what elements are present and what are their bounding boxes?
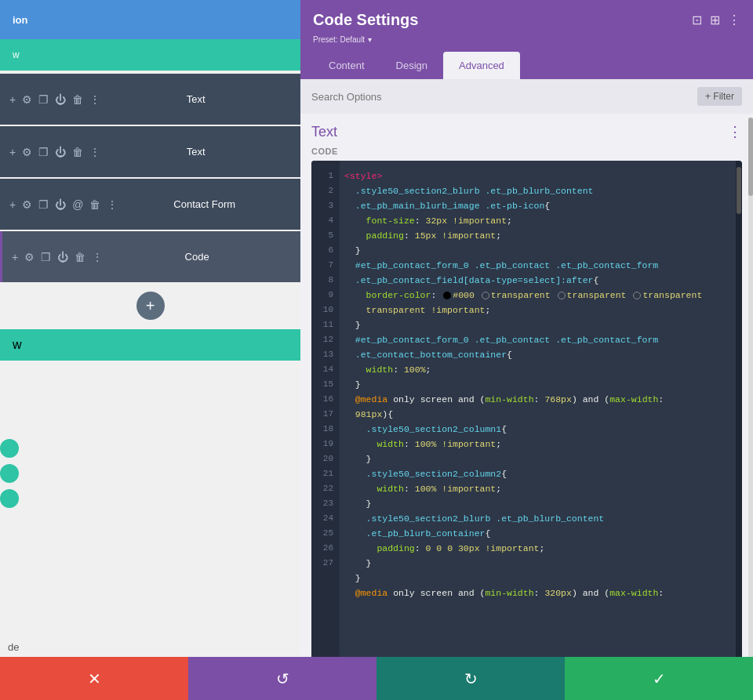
code-line-21: width: 100% !important; bbox=[344, 437, 728, 452]
module-row-text-2: + ⚙ ❐ ⏻ 🗑 ⋮ Text bbox=[0, 126, 300, 177]
code-line-19b: 981px){ bbox=[344, 407, 728, 422]
circle-btn-2[interactable] bbox=[0, 464, 19, 483]
code-line-23: .style50_section2_column2{ bbox=[344, 466, 728, 481]
ellipsis-icon[interactable]: ⋮ bbox=[728, 13, 740, 27]
right-panel: Code Settings ⊡ ⊞ ⋮ Preset: Default ▾ Co… bbox=[300, 0, 753, 700]
settings-icon[interactable]: ⚙ bbox=[22, 93, 32, 106]
undo-icon: ↺ bbox=[276, 669, 289, 688]
more-icon[interactable]: ⋮ bbox=[89, 93, 100, 106]
delete-icon-3[interactable]: 🗑 bbox=[89, 198, 100, 211]
code-line-17: } bbox=[344, 377, 728, 392]
panel-title: Code Settings bbox=[313, 11, 418, 29]
code-line-10: border-color: #000 transparent transpare… bbox=[344, 288, 728, 303]
bottom-bar: ✕ ↺ ↻ ✓ bbox=[0, 657, 753, 700]
settings-icon-3[interactable]: ⚙ bbox=[22, 198, 32, 211]
move-icon-3[interactable]: + bbox=[9, 198, 16, 211]
delete-icon-2[interactable]: 🗑 bbox=[72, 146, 83, 158]
tab-advanced[interactable]: Advanced bbox=[443, 52, 520, 79]
code-line-28: padding: 0 0 0 30px !important; bbox=[344, 541, 728, 556]
settings-icon-4[interactable]: ⚙ bbox=[24, 251, 35, 263]
more-icon-2[interactable]: ⋮ bbox=[89, 146, 100, 158]
circle-btn-1[interactable] bbox=[0, 439, 19, 458]
cancel-button[interactable]: ✕ bbox=[0, 657, 188, 700]
redo-button[interactable]: ↻ bbox=[376, 657, 565, 700]
module-label-contact: Contact Form bbox=[118, 198, 291, 210]
code-line-27: .et_pb_blurb_container{ bbox=[344, 526, 728, 541]
left-circles bbox=[0, 439, 19, 508]
add-module-button[interactable]: + bbox=[136, 292, 165, 320]
module-icons-text-1: + ⚙ ❐ ⏻ 🗑 ⋮ bbox=[9, 93, 100, 106]
module-row-text-1: + ⚙ ❐ ⏻ 🗑 ⋮ Text bbox=[0, 74, 300, 125]
module-label-code: Code bbox=[103, 251, 291, 263]
section-bar-teal-2: w bbox=[0, 329, 300, 361]
editor-scrollbar-thumb bbox=[737, 167, 741, 214]
panel-header-top: Code Settings ⊡ ⊞ ⋮ bbox=[313, 11, 740, 29]
more-icon-4[interactable]: ⋮ bbox=[92, 251, 103, 263]
code-line-3: .et_pb_main_blurb_image .et-pb-icon{ bbox=[344, 198, 728, 213]
tab-content[interactable]: Content bbox=[313, 52, 380, 79]
module-icons-contact: + ⚙ ❐ ⏻ @ 🗑 ⋮ bbox=[9, 198, 118, 211]
module-icons-code: + ⚙ ❐ ⏻ 🗑 ⋮ bbox=[12, 251, 103, 263]
code-line-26: .style50_section2_blurb .et_pb_blurb_con… bbox=[344, 511, 728, 526]
module-row-contact: + ⚙ ❐ ⏻ @ 🗑 ⋮ Contact Form bbox=[0, 179, 300, 230]
redo-icon: ↻ bbox=[464, 669, 478, 688]
panel-header: Code Settings ⊡ ⊞ ⋮ Preset: Default ▾ Co… bbox=[300, 0, 753, 79]
toggle-icon[interactable]: ⏻ bbox=[55, 93, 66, 106]
code-line-2: .style50_section2_blurb .et_pb_blurb_con… bbox=[344, 183, 728, 198]
code-section-more-icon[interactable]: ⋮ bbox=[728, 123, 742, 140]
duplicate-icon-3[interactable]: ❐ bbox=[38, 198, 49, 211]
code-label: Code bbox=[311, 147, 742, 156]
section-bar-teal-1: w bbox=[0, 39, 300, 71]
toggle-icon-3[interactable]: ⏻ bbox=[55, 198, 66, 211]
chevron-down-icon[interactable]: ▾ bbox=[368, 35, 372, 44]
left-panel: ion w + ⚙ ❐ ⏻ 🗑 ⋮ Text + ⚙ ❐ ⏻ 🗑 bbox=[0, 0, 300, 700]
code-line-25: } bbox=[344, 496, 728, 511]
code-content[interactable]: <style> .style50_section2_blurb .et_pb_b… bbox=[340, 161, 736, 691]
bottom-label-de: de bbox=[8, 641, 19, 653]
delete-icon[interactable]: 🗑 bbox=[72, 93, 83, 106]
code-line-29: } bbox=[344, 556, 728, 571]
code-section: Text ⋮ Code 1 2 3 4 5 6 7 8 9 10 11 bbox=[300, 114, 753, 700]
module-label-text-2: Text bbox=[100, 146, 291, 158]
toggle-icon-4[interactable]: ⏻ bbox=[57, 251, 68, 263]
filter-button[interactable]: + Filter bbox=[697, 87, 742, 106]
move-icon-2[interactable]: + bbox=[9, 146, 16, 158]
editor-scrollbar[interactable] bbox=[736, 161, 742, 691]
code-section-title: Text bbox=[311, 124, 337, 140]
code-line-19: @media only screen and (min-width: 768px… bbox=[344, 392, 728, 407]
code-line-30: } bbox=[344, 571, 728, 586]
more-icon-3[interactable]: ⋮ bbox=[107, 198, 118, 211]
code-line-14: #et_pb_contact_form_0 .et_pb_contact .et… bbox=[344, 332, 728, 347]
panel-scrollbar[interactable] bbox=[748, 118, 753, 666]
code-line-16: width: 100%; bbox=[344, 362, 728, 377]
save-button[interactable]: ✓ bbox=[565, 657, 753, 700]
code-line-8: #et_pb_contact_form_0 .et_pb_contact .et… bbox=[344, 258, 728, 273]
code-section-header: Text ⋮ bbox=[311, 123, 742, 140]
move-icon-4[interactable]: + bbox=[12, 251, 18, 263]
code-line-15: .et_contact_bottom_container{ bbox=[344, 347, 728, 362]
duplicate-icon[interactable]: ❐ bbox=[38, 93, 49, 106]
duplicate-icon-2[interactable]: ❐ bbox=[38, 146, 49, 158]
panel-header-icons: ⊡ ⊞ ⋮ bbox=[692, 13, 740, 27]
panel-scrollbar-thumb bbox=[748, 118, 753, 196]
delete-icon-4[interactable]: 🗑 bbox=[75, 251, 85, 263]
code-line-22: } bbox=[344, 452, 728, 466]
code-line-6: } bbox=[344, 243, 728, 258]
tab-design[interactable]: Design bbox=[380, 52, 443, 79]
undo-button[interactable]: ↺ bbox=[188, 657, 376, 700]
circle-btn-3[interactable] bbox=[0, 489, 19, 508]
code-line-4: font-size: 32px !important; bbox=[344, 213, 728, 228]
duplicate-icon-4[interactable]: ❐ bbox=[41, 251, 51, 263]
layout-icon[interactable]: ⊞ bbox=[710, 13, 720, 27]
toggle-icon-2[interactable]: ⏻ bbox=[55, 146, 66, 158]
cancel-icon: ✕ bbox=[88, 669, 101, 688]
move-icon[interactable]: + bbox=[9, 93, 16, 106]
search-input[interactable] bbox=[311, 91, 691, 103]
code-editor: 1 2 3 4 5 6 7 8 9 10 11 12 13 14 15 16 1 bbox=[311, 161, 742, 691]
panel-tabs: Content Design Advanced bbox=[313, 52, 740, 79]
fullscreen-icon[interactable]: ⊡ bbox=[692, 13, 702, 27]
module-row-code: + ⚙ ❐ ⏻ 🗑 ⋮ Code bbox=[0, 231, 300, 282]
line-numbers: 1 2 3 4 5 6 7 8 9 10 11 12 13 14 15 16 1 bbox=[311, 161, 340, 691]
settings-icon-2[interactable]: ⚙ bbox=[22, 146, 32, 158]
code-line-11: transparent !important; bbox=[344, 303, 728, 317]
